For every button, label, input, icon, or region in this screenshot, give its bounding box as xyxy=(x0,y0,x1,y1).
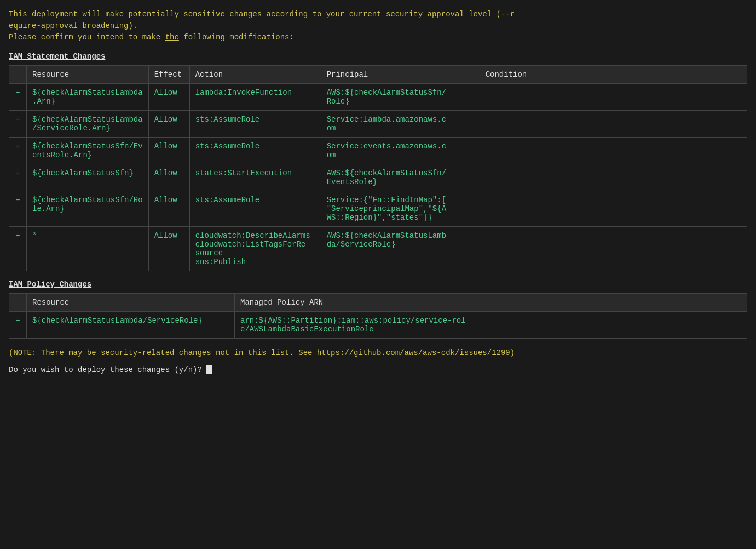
row-action: cloudwatch:DescribeAlarmscloudwatch:List… xyxy=(189,227,321,271)
row-condition xyxy=(480,138,747,164)
row-marker: + xyxy=(9,84,27,111)
row-action: sts:AssumeRole xyxy=(189,111,321,138)
row-condition xyxy=(480,227,747,271)
row-effect: Allow xyxy=(148,111,189,138)
iam-statement-table: Resource Effect Action Principal Conditi… xyxy=(9,65,747,271)
cursor xyxy=(206,365,212,374)
table-row: + ${checkAlarmStatusSfn} Allow states:St… xyxy=(9,164,747,191)
table-row: + ${checkAlarmStatusLambda/ServiceRole} … xyxy=(9,312,747,339)
row-effect: Allow xyxy=(148,84,189,111)
row-condition xyxy=(480,111,747,138)
header-plus xyxy=(9,294,27,312)
row-principal: AWS:${checkAlarmStatusSfn/Role} xyxy=(321,84,480,111)
warning-section: This deployment will make potentially se… xyxy=(9,9,747,43)
row-action: states:StartExecution xyxy=(189,164,321,191)
header-effect: Effect xyxy=(148,66,189,84)
iam-policy-section: IAM Policy Changes Resource Managed Poli… xyxy=(9,280,747,339)
row-principal: AWS:${checkAlarmStatusSfn/EventsRole} xyxy=(321,164,480,191)
table-row: + ${checkAlarmStatusSfn/Role.Arn} Allow … xyxy=(9,191,747,227)
row-marker: + xyxy=(9,191,27,227)
row-principal: Service:events.amazonaws.com xyxy=(321,138,480,164)
table-row: + * Allow cloudwatch:DescribeAlarmscloud… xyxy=(9,227,747,271)
row-resource: ${checkAlarmStatusLambda/ServiceRole.Arn… xyxy=(27,111,149,138)
warning-text: This deployment will make potentially se… xyxy=(9,9,747,43)
row-action: sts:AssumeRole xyxy=(189,138,321,164)
row-effect: Allow xyxy=(148,227,189,271)
row-resource: ${checkAlarmStatusSfn} xyxy=(27,164,149,191)
table-row: + ${checkAlarmStatusLambda.Arn} Allow la… xyxy=(9,84,747,111)
header-resource: Resource xyxy=(27,66,149,84)
iam-statement-section: IAM Statement Changes Resource Effect Ac… xyxy=(9,52,747,271)
note-text: (NOTE: There may be security-related cha… xyxy=(9,347,747,359)
prompt-section[interactable]: Do you wish to deploy these changes (y/n… xyxy=(9,365,747,374)
iam-policy-table: Resource Managed Policy ARN + ${checkAla… xyxy=(9,293,747,339)
row-effect: Allow xyxy=(148,164,189,191)
row-principal: AWS:${checkAlarmStatusLambda/ServiceRole… xyxy=(321,227,480,271)
header-action: Action xyxy=(189,66,321,84)
header-principal: Principal xyxy=(321,66,480,84)
row-condition xyxy=(480,84,747,111)
row-principal: Service:lambda.amazonaws.com xyxy=(321,111,480,138)
prompt-text: Do you wish to deploy these changes (y/n… xyxy=(9,365,206,374)
row-marker: + xyxy=(9,164,27,191)
table-row: + ${checkAlarmStatusSfn/EventsRole.Arn} … xyxy=(9,138,747,164)
iam-policy-title: IAM Policy Changes xyxy=(9,280,747,289)
table-row: + ${checkAlarmStatusLambda/ServiceRole.A… xyxy=(9,111,747,138)
row-marker: + xyxy=(9,111,27,138)
row-managed-policy: arn:${AWS::Partition}:iam::aws:policy/se… xyxy=(235,312,747,339)
row-resource: ${checkAlarmStatusSfn/EventsRole.Arn} xyxy=(27,138,149,164)
row-action: sts:AssumeRole xyxy=(189,191,321,227)
row-effect: Allow xyxy=(148,191,189,227)
row-effect: Allow xyxy=(148,138,189,164)
row-resource: ${checkAlarmStatusSfn/Role.Arn} xyxy=(27,191,149,227)
row-condition xyxy=(480,164,747,191)
row-marker: + xyxy=(9,138,27,164)
note-section: (NOTE: There may be security-related cha… xyxy=(9,347,747,359)
row-resource: ${checkAlarmStatusLambda/ServiceRole} xyxy=(27,312,235,339)
row-marker: + xyxy=(9,312,27,339)
header-condition: Condition xyxy=(480,66,747,84)
header-resource: Resource xyxy=(27,294,235,312)
row-resource: * xyxy=(27,227,149,271)
row-resource: ${checkAlarmStatusLambda.Arn} xyxy=(27,84,149,111)
header-plus xyxy=(9,66,27,84)
row-principal: Service:{"Fn::FindInMap":["Serviceprinci… xyxy=(321,191,480,227)
row-action: lambda:InvokeFunction xyxy=(189,84,321,111)
iam-statement-title: IAM Statement Changes xyxy=(9,52,747,61)
row-marker: + xyxy=(9,227,27,271)
row-condition xyxy=(480,191,747,227)
header-managed: Managed Policy ARN xyxy=(235,294,747,312)
